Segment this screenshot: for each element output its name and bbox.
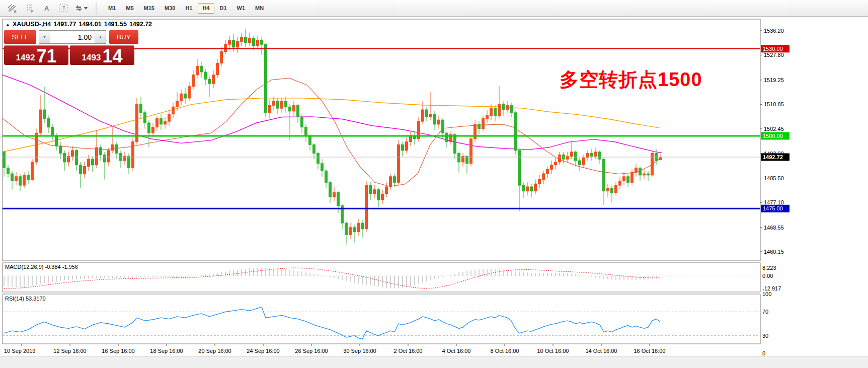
- svg-text:100: 100: [762, 291, 771, 297]
- ohlc-open: 1491.77: [53, 21, 76, 28]
- trade-widget: ▲ XAUUSD-,H4 1491.77 1494.01 1491.55 149…: [3, 19, 153, 65]
- svg-text:A: A: [44, 5, 49, 12]
- svg-text:18 Sep 16:00: 18 Sep 16:00: [150, 348, 183, 354]
- svg-text:12 Sep 16:00: 12 Sep 16:00: [53, 348, 86, 354]
- svg-text:24 Sep 16:00: 24 Sep 16:00: [247, 348, 279, 354]
- svg-text:1500.00: 1500.00: [763, 133, 783, 139]
- svg-text:1530.00: 1530.00: [763, 46, 783, 52]
- toolbar-separator: [96, 3, 99, 14]
- svg-text:16 Oct 16:00: 16 Oct 16:00: [634, 348, 666, 354]
- text-box-icon[interactable]: T: [56, 2, 71, 15]
- price-axis: 1536.201527.801519.251510.851502.451493.…: [760, 28, 784, 255]
- svg-text:10 Oct 16:00: 10 Oct 16:00: [537, 348, 569, 354]
- svg-text:70: 70: [762, 309, 768, 315]
- symbol-title: XAUUSD-,H4: [13, 21, 51, 28]
- svg-text:1492.72: 1492.72: [763, 154, 783, 160]
- svg-text:26 Sep 16:00: 26 Sep 16:00: [295, 348, 328, 354]
- text-label-icon[interactable]: A: [39, 2, 54, 15]
- volume-decrease-button[interactable]: ▼: [39, 31, 50, 43]
- line-studies-icon[interactable]: E: [5, 2, 20, 15]
- ohlc-close: 1492.72: [129, 21, 152, 28]
- svg-text:16 Sep 16:00: 16 Sep 16:00: [102, 348, 134, 354]
- timeframe-button-H4[interactable]: H4: [198, 3, 214, 14]
- trade-row: SELL ▼ ▲ BUY: [4, 30, 153, 44]
- buy-price-box[interactable]: 1493 14: [70, 45, 134, 65]
- toolbar: EFAT M1M5M15M30H1H4D1W1MN: [0, 0, 868, 17]
- svg-text:E: E: [14, 10, 17, 13]
- svg-text:14 Oct 16:00: 14 Oct 16:00: [586, 348, 617, 354]
- timeframe-button-M5[interactable]: M5: [121, 3, 138, 14]
- chart-canvas[interactable]: 1536.201527.801519.251510.851502.451493.…: [0, 17, 868, 368]
- svg-text:1527.80: 1527.80: [764, 52, 784, 58]
- collapse-icon[interactable]: ▲: [6, 22, 10, 27]
- timeframe-button-M30[interactable]: M30: [160, 3, 180, 14]
- svg-text:1502.45: 1502.45: [764, 126, 784, 132]
- sell-price-main: 1492: [16, 53, 35, 62]
- svg-text:1460.15: 1460.15: [764, 249, 784, 255]
- status-bar: [0, 356, 868, 368]
- buy-button[interactable]: BUY: [109, 30, 138, 44]
- volume-increase-button[interactable]: ▲: [95, 31, 106, 43]
- svg-text:8.223: 8.223: [762, 265, 776, 271]
- cycle-symbols-icon[interactable]: [73, 2, 89, 15]
- chart-annotation-text: 多空转折点1500: [560, 67, 702, 93]
- svg-text:8 Oct 16:00: 8 Oct 16:00: [491, 348, 519, 354]
- svg-text:20 Sep 16:00: 20 Sep 16:00: [198, 348, 231, 354]
- svg-text:1468.55: 1468.55: [764, 225, 784, 231]
- svg-text:1475.00: 1475.00: [763, 205, 783, 211]
- timeframe-button-M15[interactable]: M15: [139, 3, 159, 14]
- volume-stepper: ▼ ▲: [39, 30, 106, 44]
- timeframe-button-W1[interactable]: W1: [232, 3, 250, 14]
- time-axis: 10 Sep 201912 Sep 16:0016 Sep 16:0018 Se…: [4, 344, 666, 354]
- volume-input[interactable]: [50, 31, 95, 43]
- timeframe-button-group: M1M5M15M30H1H4D1W1MN: [103, 3, 269, 14]
- grid-icon[interactable]: F: [22, 2, 37, 15]
- macd-axis: 8.2230.00-12.917: [762, 265, 781, 291]
- svg-text:1536.20: 1536.20: [764, 28, 784, 34]
- price-boxes: 1492 71 1493 14: [4, 45, 153, 65]
- svg-text:10 Sep 2019: 10 Sep 2019: [4, 348, 35, 354]
- toolbar-icon-group: EFAT: [4, 2, 90, 15]
- timeframe-button-MN[interactable]: MN: [251, 3, 268, 14]
- timeframe-button-M1[interactable]: M1: [104, 3, 120, 14]
- ohlc-low: 1491.55: [104, 21, 127, 28]
- svg-text:1519.25: 1519.25: [764, 77, 784, 83]
- svg-text:30 Sep 16:00: 30 Sep 16:00: [343, 348, 376, 354]
- svg-text:1510.85: 1510.85: [764, 101, 784, 107]
- buy-price-main: 1493: [82, 53, 101, 62]
- sell-price-pips: 71: [36, 48, 56, 64]
- ohlc-high: 1494.01: [79, 21, 102, 28]
- svg-text:2 Oct 16:00: 2 Oct 16:00: [394, 348, 423, 354]
- svg-text:1477.10: 1477.10: [764, 199, 784, 205]
- sell-price-box[interactable]: 1492 71: [4, 45, 68, 65]
- rsi-axis: 10070300: [762, 291, 771, 356]
- svg-text:1485.50: 1485.50: [764, 175, 784, 181]
- timeframe-button-H1[interactable]: H1: [181, 3, 197, 14]
- rsi-indicator-label: RSI(14) 53.3170: [5, 296, 46, 302]
- svg-text:T: T: [62, 6, 65, 11]
- svg-text:30: 30: [762, 333, 768, 339]
- buy-price-pips: 14: [102, 48, 122, 64]
- symbol-bar: ▲ XAUUSD-,H4 1491.77 1494.01 1491.55 149…: [3, 19, 153, 30]
- macd-indicator-label: MACD(12,26,9) -0.384 -1.956: [5, 264, 78, 270]
- svg-text:F: F: [31, 10, 33, 13]
- sell-button[interactable]: SELL: [4, 30, 36, 44]
- timeframe-button-D1[interactable]: D1: [215, 3, 231, 14]
- svg-text:0.00: 0.00: [762, 273, 773, 279]
- svg-text:4 Oct 16:00: 4 Oct 16:00: [442, 348, 471, 354]
